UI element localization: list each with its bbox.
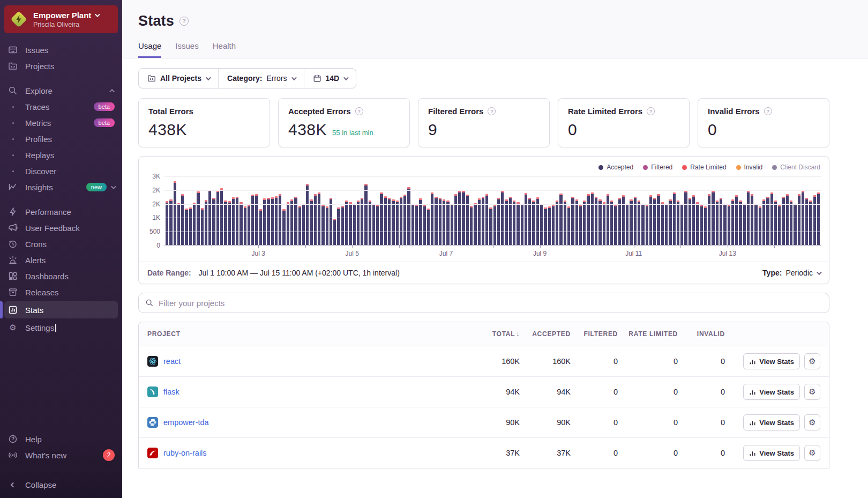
- project-settings-button[interactable]: ⚙: [804, 414, 820, 430]
- category-filter-dropdown[interactable]: Category: Errors: [218, 69, 303, 88]
- sidebar-item-whats-new[interactable]: What's new 2: [0, 447, 122, 463]
- chart-bar: [240, 202, 242, 245]
- bar-chart-icon: [749, 419, 756, 426]
- chart-bar: [205, 200, 207, 245]
- project-link[interactable]: react: [163, 357, 181, 366]
- projects-icon: [147, 74, 156, 83]
- tab-usage[interactable]: Usage: [138, 41, 161, 58]
- project-settings-button[interactable]: ⚙: [804, 353, 820, 369]
- chart-bar: [607, 194, 609, 245]
- chart-bar: [263, 198, 266, 245]
- dashboard-grid-icon: [8, 271, 18, 281]
- legend-dot-icon: [736, 165, 741, 170]
- chart-bar: [287, 202, 289, 245]
- view-stats-button[interactable]: View Stats: [743, 414, 800, 430]
- sidebar-item-explore[interactable]: Explore: [0, 83, 122, 99]
- chart-bar: [255, 194, 258, 245]
- sidebar-item-traces[interactable]: Traces beta: [0, 99, 122, 115]
- legend-item[interactable]: Invalid: [736, 163, 763, 171]
- chart-bar: [357, 200, 360, 245]
- help-circle-icon[interactable]: [355, 107, 363, 115]
- chart-bar: [618, 198, 621, 245]
- search-icon: [8, 85, 18, 96]
- search-input[interactable]: [159, 299, 822, 308]
- tab-issues[interactable]: Issues: [175, 41, 198, 58]
- gridline: [164, 232, 821, 232]
- sidebar-item-user-feedback[interactable]: User Feedback: [0, 220, 122, 236]
- sidebar-item-settings[interactable]: ⚙ Settings: [0, 319, 122, 336]
- sidebar-item-crons[interactable]: Crons: [0, 236, 122, 252]
- chart-bar: [306, 184, 309, 245]
- help-circle-icon[interactable]: [647, 107, 655, 115]
- column-header-filtered[interactable]: FILTERED: [574, 330, 621, 338]
- chevron-down-icon: [817, 270, 822, 275]
- cell-accepted: 37K: [523, 449, 574, 457]
- chart-bar: [166, 201, 168, 245]
- sidebar-item-alerts[interactable]: Alerts: [0, 252, 122, 268]
- table-row: empower-tda 90K 90K 0 0 0 View Stats ⚙: [139, 407, 829, 438]
- view-stats-button[interactable]: View Stats: [743, 353, 800, 369]
- sidebar-item-releases[interactable]: Releases: [0, 284, 122, 300]
- legend-item[interactable]: Client Discard: [772, 163, 820, 171]
- chart-bar: [419, 198, 422, 245]
- cell-total: 94K: [469, 388, 523, 396]
- y-axis-tick: 2K: [152, 200, 160, 208]
- chart-bar: [692, 195, 695, 245]
- sidebar-item-insights[interactable]: Insights new: [0, 179, 122, 195]
- legend-item[interactable]: Rate Limited: [682, 163, 726, 171]
- sidebar-item-profiles[interactable]: Profiles: [0, 131, 122, 147]
- sidebar-collapse-button[interactable]: Collapse: [0, 477, 122, 493]
- column-header-accepted[interactable]: ACCEPTED: [523, 330, 574, 338]
- tab-health[interactable]: Health: [213, 41, 236, 58]
- sidebar-item-stats[interactable]: Stats: [4, 301, 118, 318]
- help-circle-icon[interactable]: [764, 107, 772, 115]
- project-filter-dropdown[interactable]: All Projects: [139, 69, 218, 88]
- project-settings-button[interactable]: ⚙: [804, 384, 820, 400]
- legend-item[interactable]: Accepted: [598, 163, 633, 171]
- view-stats-button[interactable]: View Stats: [743, 384, 800, 400]
- beta-badge: beta: [94, 102, 115, 111]
- chart-bar: [532, 200, 535, 245]
- project-link[interactable]: empower-tda: [163, 418, 209, 427]
- gridline: [164, 176, 821, 177]
- sidebar-item-replays[interactable]: Replays: [0, 147, 122, 163]
- y-axis-tick: 1K: [152, 214, 160, 221]
- chart-bar: [720, 198, 722, 245]
- card-title: Total Errors: [148, 107, 193, 116]
- sidebar-item-help[interactable]: Help: [0, 431, 122, 447]
- type-value: Periodic: [785, 269, 813, 277]
- legend-item[interactable]: Filtered: [643, 163, 672, 171]
- project-link[interactable]: ruby-on-rails: [163, 449, 207, 457]
- sidebar-item-dashboards[interactable]: Dashboards: [0, 268, 122, 284]
- sidebar-item-issues[interactable]: Issues: [0, 42, 122, 58]
- card-value: 438K: [148, 121, 187, 139]
- chart-bar: [279, 194, 281, 245]
- sidebar-item-metrics[interactable]: Metrics beta: [0, 115, 122, 131]
- y-axis-tick: 2K: [152, 187, 160, 194]
- chart-bar: [513, 200, 515, 245]
- help-circle-icon[interactable]: [488, 107, 496, 115]
- gridline: [164, 190, 821, 191]
- column-header-project[interactable]: PROJECT: [147, 330, 469, 338]
- column-header-total[interactable]: TOTAL↓: [469, 330, 523, 338]
- column-header-invalid[interactable]: INVALID: [681, 330, 728, 338]
- project-link[interactable]: flask: [163, 388, 179, 396]
- cell-accepted: 90K: [523, 418, 574, 427]
- date-range-dropdown[interactable]: 14D: [304, 69, 356, 88]
- sidebar-item-discover[interactable]: Discover: [0, 163, 122, 179]
- type-dropdown[interactable]: Type: Periodic: [762, 269, 820, 277]
- help-circle-icon[interactable]: [179, 17, 189, 26]
- sidebar-item-performance[interactable]: Performance: [0, 204, 122, 220]
- date-range-text: Jul 1 10:00 AM — Jul 15 11:00 AM (+02:00…: [199, 269, 400, 277]
- column-header-rate-limited[interactable]: RATE LIMITED: [621, 330, 681, 338]
- chart-bar: [321, 205, 324, 245]
- new-badge: new: [86, 183, 107, 191]
- chart-bar: [372, 204, 375, 245]
- chart-bar: [556, 200, 558, 245]
- sidebar-item-projects[interactable]: Projects: [0, 58, 122, 74]
- org-switcher[interactable]: Empower Plant Priscila Oliveira: [4, 5, 118, 33]
- chart-bar: [778, 205, 781, 245]
- view-stats-button[interactable]: View Stats: [743, 445, 800, 461]
- chart-bar: [177, 203, 180, 245]
- project-settings-button[interactable]: ⚙: [804, 445, 820, 461]
